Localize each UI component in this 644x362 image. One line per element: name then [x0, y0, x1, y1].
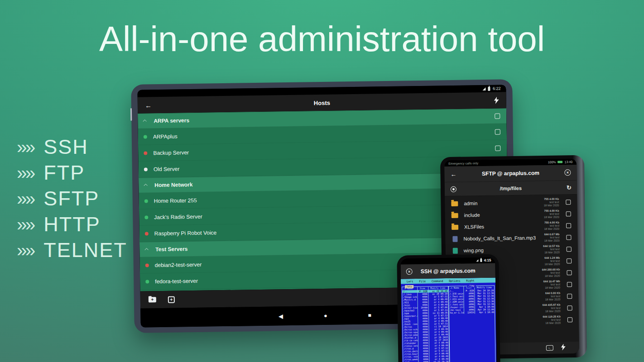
- file-meta: 644 12.57 Kbtest test18 Mar 2020: [543, 244, 560, 254]
- midnight-commander-terminal: LeftFileCommandOptionsRight /etc.n NameS…: [401, 278, 497, 362]
- protocol-label: HTTP: [43, 214, 101, 234]
- folder-icon: [452, 224, 458, 229]
- ssh-phone-screen: 4:15 SSH @ arpaplus.com LeftFileCommandO…: [400, 257, 496, 362]
- file-row[interactable]: admin755 4.00 Kbtest test18 Mar 2020: [445, 196, 577, 210]
- mc-menu-options[interactable]: Options: [449, 278, 460, 283]
- chevrons-icon: ››››: [17, 190, 34, 208]
- file-perm-size: 755 4.00 Kb: [544, 221, 559, 224]
- mc-cell-size: 15654: [464, 311, 475, 314]
- file-meta: 644 10.47 Mbtest test18 Mar 2020: [543, 280, 560, 290]
- mc-cell-name: ha_er-1.log: [449, 311, 464, 314]
- protocol-label: SSH: [43, 137, 88, 157]
- row-checkbox[interactable]: [567, 282, 572, 287]
- file-row[interactable]: XLSFiles755 4.00 Kbtest test18 Mar 2020: [445, 219, 577, 233]
- file-perm-size: 644 119.25 Kb: [543, 315, 560, 318]
- file-meta: 644 119.25 Kbtest test18 Mar 2020: [543, 315, 561, 325]
- quick-connect-bolt-icon[interactable]: [561, 343, 566, 352]
- collapse-caret-icon: [144, 184, 147, 187]
- file-perm-size: 755 4.00 Kb: [544, 197, 559, 200]
- host-label: Old Server: [154, 166, 180, 172]
- file-date: 18 Mar 2020: [545, 286, 560, 289]
- mc-menu-right[interactable]: Right: [466, 278, 474, 283]
- quick-connect-bolt-icon[interactable]: [494, 97, 499, 106]
- protocol-label: SFTP: [43, 188, 99, 209]
- row-checkbox[interactable]: [495, 114, 500, 119]
- file-owner: test test: [549, 200, 559, 203]
- collapse-caret-icon: [143, 119, 146, 123]
- file-owner: test test: [551, 306, 561, 309]
- protocol-item-http: ››››HTTP: [17, 211, 127, 237]
- add-group-folder-icon[interactable]: [149, 297, 156, 302]
- mc-menu-file[interactable]: File: [419, 279, 426, 284]
- host-label: Backup Server: [153, 149, 189, 156]
- file-meta: 755 4.00 Kbtest test18 Mar 2020: [544, 221, 559, 230]
- file-date: 18 Mar 2020: [544, 262, 560, 265]
- row-checkbox[interactable]: [495, 129, 500, 134]
- nav-back-icon[interactable]: [279, 312, 283, 320]
- row-checkbox[interactable]: [567, 305, 572, 310]
- ssh-clock: 4:15: [484, 258, 491, 262]
- ssh-phone-frame: 4:15 SSH @ arpaplus.com LeftFileCommandO…: [397, 254, 500, 362]
- row-checkbox[interactable]: [567, 294, 572, 299]
- file-meta: 644 435.97 Kbtest test18 Mar 2020: [543, 303, 561, 313]
- battery-icon: [488, 86, 490, 90]
- battery-icon: [480, 259, 482, 262]
- row-checkbox[interactable]: [567, 247, 572, 252]
- row-checkbox[interactable]: [566, 200, 571, 205]
- row-checkbox[interactable]: [495, 145, 500, 151]
- protocol-label: FTP: [43, 162, 85, 183]
- status-dot-online: [144, 135, 147, 138]
- mc-file-row[interactable]: ha_er-1.log15654Apr 1 10:40: [449, 311, 495, 314]
- add-host-icon[interactable]: [168, 296, 175, 303]
- file-owner: test test: [550, 271, 560, 274]
- nav-home-icon[interactable]: [324, 311, 327, 319]
- file-meta: 755 4.00 Kbtest test18 Mar 2020: [544, 209, 559, 219]
- file-owner: test test: [551, 295, 560, 297]
- collapse-caret-icon: [144, 248, 148, 252]
- file-meta: 755 4.00 Kbtest test18 Mar 2020: [543, 197, 559, 207]
- status-dot-offline: [144, 151, 147, 155]
- current-path: /tmp/files: [445, 185, 577, 192]
- file-row[interactable]: include755 4.00 Kbtest test18 Mar 2020: [445, 208, 577, 221]
- file-owner: test test: [550, 212, 559, 215]
- status-left-text: Emergency calls only: [448, 162, 478, 165]
- row-checkbox[interactable]: [566, 235, 571, 240]
- file-date: 18 Mar 2020: [544, 239, 560, 242]
- mc-menu-command[interactable]: Command: [432, 278, 443, 283]
- file-name: include: [464, 212, 480, 218]
- file-row[interactable]: Nobody_Calls_It_San_Fran.mp3644 6.67 Mbt…: [445, 231, 577, 245]
- mc-menu-left[interactable]: Left: [407, 279, 413, 284]
- host-label: Jack's Radio Server: [154, 213, 202, 220]
- mc-panel-right: /tmp.n NameSizeModify time/..P--DIRDec 2…: [448, 286, 496, 362]
- signal-icon: [476, 259, 478, 262]
- group-label: ARPA servers: [154, 117, 189, 124]
- mc-path-tab[interactable]: /etc: [405, 285, 413, 288]
- file-name: admin: [464, 200, 477, 206]
- sftp-title: SFTP @ arpaplus.com: [444, 169, 577, 177]
- file-perm-size: 644 12.57 Kb: [543, 244, 559, 248]
- status-dot-online: [145, 280, 149, 283]
- nav-recents-icon[interactable]: [368, 311, 372, 319]
- row-checkbox[interactable]: [566, 223, 571, 228]
- ssh-title: SSH @ arpaplus.com: [401, 267, 495, 275]
- row-checkbox[interactable]: [567, 258, 572, 263]
- mc-file-row[interactable]: /csh4096eb 15 19:28: [403, 360, 449, 362]
- file-owner: test test: [551, 318, 561, 321]
- row-checkbox[interactable]: [566, 211, 571, 216]
- row-checkbox[interactable]: [567, 317, 572, 322]
- refresh-icon[interactable]: [567, 185, 572, 191]
- file-owner: test test: [550, 236, 559, 238]
- file-date: 18 Mar 2020: [544, 227, 559, 230]
- file-owner: test test: [550, 248, 560, 250]
- file-perm-size: 644 250.68 Kb: [542, 268, 560, 271]
- protocol-item-ssh: ››››SSH: [17, 134, 127, 160]
- terminal-icon[interactable]: [546, 345, 553, 351]
- file-name: wing.png: [464, 248, 484, 253]
- mc-panel-path: /tmp: [467, 284, 476, 287]
- chevrons-icon: ››››: [17, 215, 34, 233]
- row-checkbox[interactable]: [567, 270, 572, 275]
- host-label: Home Router 255: [154, 197, 197, 204]
- signal-icon: [483, 87, 486, 90]
- file-date: 18 Mar 2020: [544, 215, 559, 218]
- file-perm-size: 644 10.47 Mb: [543, 280, 560, 283]
